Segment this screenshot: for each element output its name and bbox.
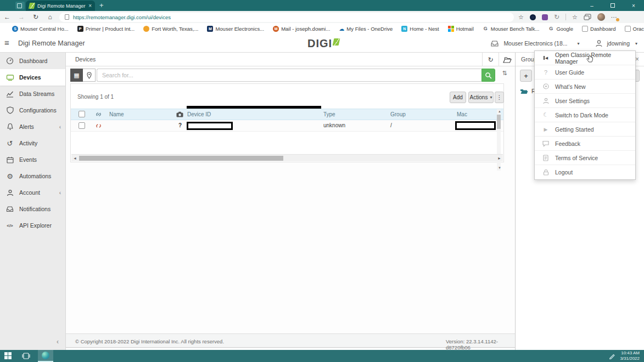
start-button[interactable] (4, 352, 12, 360)
sidebar-item-account[interactable]: Account ‹ (0, 184, 65, 201)
search-input[interactable] (97, 69, 481, 82)
sidebar-item-activity[interactable]: ↺ Activity (0, 135, 65, 151)
more-options-button[interactable]: ⋮ (495, 92, 504, 103)
extension-icon[interactable]: ↻ (554, 13, 559, 21)
sidebar-item-devices[interactable]: Devices (0, 69, 65, 86)
browser-menu-button[interactable]: ⋯ (611, 14, 617, 21)
add-button[interactable]: Add (450, 92, 466, 103)
list-view-button[interactable]: ▦ (70, 69, 83, 82)
menu-item-logout[interactable]: Logout (535, 165, 635, 179)
browser-tab[interactable]: Digi Remote Manager × (26, 1, 95, 11)
extension-icon[interactable] (542, 14, 548, 20)
taskbar-clock[interactable]: 10:43 AM 3/31/2022 (620, 350, 640, 361)
collections-icon[interactable] (584, 14, 591, 20)
refresh-devices-button[interactable]: ↻ (482, 53, 499, 66)
sidebar-item-alerts[interactable]: Alerts ‹ (0, 118, 65, 135)
bookmark-item[interactable]: GMouser Bench Talk... (483, 26, 540, 32)
bookmark-item[interactable]: ☁My Files - OneDrive (339, 26, 393, 32)
bookmark-item[interactable]: Hotmail (448, 26, 474, 32)
extension-icon[interactable] (530, 14, 536, 20)
row-checkbox[interactable] (79, 122, 85, 129)
back-button[interactable]: ← (0, 13, 14, 21)
refresh-button[interactable]: ↻ (29, 13, 43, 21)
menu-item-feedback[interactable]: Feedback (535, 137, 635, 151)
map-view-button[interactable] (83, 69, 96, 82)
sidebar-item-api-explorer[interactable]: </> API Explorer (0, 217, 65, 234)
search-button[interactable] (481, 69, 495, 82)
column-header-group[interactable]: Group (390, 111, 406, 117)
address-bar[interactable]: https://remotemanager.digi.com/ui/device… (59, 13, 514, 22)
tab-preview-icon[interactable] (15, 2, 25, 9)
profile-avatar[interactable] (597, 13, 605, 21)
menu-item-user-settings[interactable]: User Settings (535, 94, 635, 108)
menu-item-open-classic[interactable]: ◀ Open Classic Remote Manager (535, 51, 635, 65)
bookmark-item[interactable]: Fort Worth, Texas,... (143, 26, 198, 32)
user-menu-button[interactable]: jdowning▾ (607, 40, 637, 47)
menu-item-terms[interactable]: Terms of Service (535, 151, 635, 165)
groups-folder-button[interactable] (499, 53, 515, 66)
bookmark-item[interactable]: MMail - joseph.downi... (273, 26, 330, 32)
scrollbar-thumb[interactable] (497, 115, 501, 129)
pen-icon[interactable] (609, 353, 615, 359)
sidebar-item-automations[interactable]: ⚙ Automations (0, 168, 65, 184)
chevron-left-icon[interactable]: ‹ (59, 190, 61, 196)
device-table-row[interactable]: ? unknown / (71, 120, 503, 132)
close-groups-icon[interactable]: × (635, 55, 639, 63)
sidebar-item-configurations[interactable]: Configurations (0, 102, 65, 118)
browser-titlebar: Digi Remote Manager × + – × (0, 0, 644, 11)
vertical-scrollbar[interactable] (497, 109, 501, 171)
scroll-down-icon[interactable]: ▼ (498, 166, 501, 169)
scroll-left-icon[interactable]: ◄ (73, 156, 77, 160)
column-header-type[interactable]: Type (323, 111, 335, 117)
org-selector[interactable]: Mouser Electronics (18...▾ (503, 40, 579, 47)
sidebar-item-data-streams[interactable]: Data Streams (0, 86, 65, 102)
edge-taskbar-button[interactable] (38, 350, 53, 362)
new-tab-button[interactable]: + (99, 1, 104, 9)
hamburger-menu-icon[interactable]: ≡ (4, 38, 9, 47)
column-header-mac[interactable]: Mac (457, 111, 467, 117)
select-all-checkbox[interactable] (79, 111, 85, 117)
sidebar-collapse-button[interactable]: ‹ (57, 338, 59, 346)
bookmark-item[interactable]: Oracle Content Mar... (625, 26, 644, 32)
bookmark-item[interactable]: MMouser Electronics... (207, 26, 264, 32)
bookmark-item[interactable]: SMouser Central Ho... (12, 26, 69, 32)
document-icon (542, 155, 550, 161)
column-header-device-id[interactable]: Device ID (187, 111, 211, 117)
separator (565, 14, 566, 20)
menu-item-getting-started[interactable]: ▶ Getting Started (535, 122, 635, 137)
menu-item-whats-new[interactable]: What's New (535, 80, 635, 94)
copyright-text: © Copyright 2018-2022 Digi International… (75, 338, 224, 344)
minimize-button[interactable]: – (581, 0, 602, 11)
task-view-button[interactable] (22, 353, 30, 359)
column-header-name[interactable]: Name (109, 111, 124, 117)
home-button[interactable]: ⌂ (43, 13, 57, 21)
sidebar-item-notifications[interactable]: Notifications (0, 201, 65, 217)
bookmark-item[interactable]: NHome - Nest (401, 26, 439, 32)
scroll-right-icon[interactable]: ► (497, 156, 501, 160)
chevron-left-icon[interactable]: ‹ (59, 124, 61, 130)
tab-close-icon[interactable]: × (88, 3, 92, 9)
actions-button[interactable]: Actions▾ (468, 92, 494, 103)
sidebar-item-events[interactable]: Events (0, 151, 65, 168)
digi-flag-icon (333, 38, 340, 46)
search-icon (485, 72, 492, 79)
scrollbar-thumb[interactable] (79, 156, 283, 161)
menu-item-user-guide[interactable]: ? User Guide (535, 65, 635, 80)
user-icon (595, 39, 603, 47)
site-permissions-icon[interactable]: ☆ (518, 14, 524, 21)
forward-button[interactable]: → (14, 13, 29, 21)
microsoft-icon (448, 26, 454, 32)
inbox-icon[interactable] (490, 39, 499, 47)
add-group-button[interactable]: + (520, 70, 532, 82)
sidebar-item-dashboard[interactable]: Dashboard (0, 53, 65, 69)
bookmark-item[interactable]: Dashboard (582, 26, 615, 32)
menu-item-dark-mode[interactable]: ☾ Switch to Dark Mode (535, 108, 635, 122)
bookmark-item[interactable]: GGoogle (548, 26, 573, 32)
scroll-up-icon[interactable]: ▲ (498, 110, 501, 113)
horizontal-scrollbar[interactable]: ◄ ► (71, 154, 503, 161)
favorites-icon[interactable]: ☆ (572, 14, 578, 21)
bookmark-item[interactable]: PPrimer | Product Int... (77, 26, 135, 32)
sort-filter-button[interactable]: ⇅ (499, 70, 511, 81)
close-button[interactable]: × (623, 0, 644, 11)
maximize-button[interactable] (602, 0, 623, 11)
